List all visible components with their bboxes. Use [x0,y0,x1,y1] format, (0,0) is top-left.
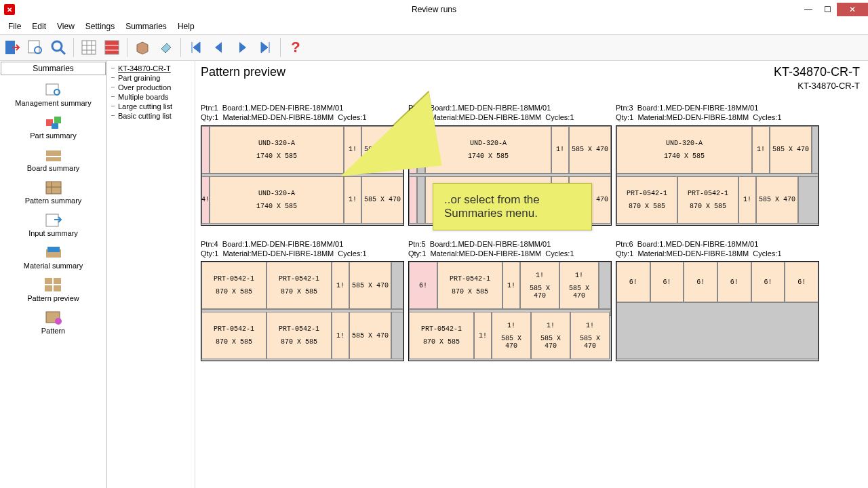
sidebar-item-label: Management summary [15,99,92,107]
svg-rect-27 [54,278,61,284]
sidebar-item-material[interactable]: Material summary [0,243,106,272]
nav-first-icon[interactable] [185,37,207,58]
tree-item[interactable]: Over production [108,83,193,92]
svg-rect-10 [105,41,119,54]
preview-code: KT-34870-CR-T [774,65,860,79]
tool-box-icon[interactable] [132,37,153,58]
menu-help[interactable]: Help [172,20,200,33]
menu-settings[interactable]: Settings [80,20,120,33]
tool-sheet-zoom-icon[interactable] [24,37,46,58]
window-title: Review runs [412,5,456,14]
maximize-button[interactable]: ☐ [818,3,837,16]
svg-line-4 [60,49,65,54]
sidebar-header: Summaries [1,62,106,75]
tree-item[interactable]: KT-34870-CR-T [108,64,193,73]
preview-area: Pattern preview KT-34870-CR-T KT-34870-C… [195,61,868,488]
tool-exit-icon[interactable] [1,37,23,58]
sidebar: Summaries Management summary Part summar… [0,61,107,488]
pattern-info: Ptn:1 Board:1.MED-DEN-FIBRE-18MM/01Qty:1… [201,103,404,123]
app-icon: ✕ [4,4,15,15]
svg-rect-28 [45,285,52,291]
pattern-card[interactable]: Ptn:6 Board:1.MED-DEN-FIBRE-18MM/01Qty:1… [616,239,819,362]
sidebar-item-input[interactable]: Input summary [0,210,106,240]
nav-next-icon[interactable] [231,37,253,58]
nav-last-icon[interactable] [254,37,276,58]
sidebar-item-label: Pattern preview [27,294,79,302]
svg-rect-5 [82,41,96,54]
tool-grid-red-icon[interactable] [101,37,123,58]
close-button[interactable]: ✕ [837,3,868,16]
nav-prev-icon[interactable] [208,37,230,58]
svg-rect-26 [45,278,52,284]
sidebar-item-pattern-preview[interactable]: Pattern preview [0,275,106,305]
menubar: File Edit View Settings Summaries Help [0,19,868,34]
sidebar-item-label: Pattern [41,327,65,335]
sidebar-item-label: Part summary [30,131,76,140]
minimize-button[interactable]: — [799,3,818,16]
pattern-card[interactable]: Ptn:3 Board:1.MED-DEN-FIBRE-18MM/01Qty:1… [616,103,819,226]
svg-rect-18 [46,150,61,156]
preview-subtitle: KT-34870-CR-T [201,81,863,91]
svg-rect-19 [46,157,61,161]
preview-grid-icon [45,278,62,293]
sidebar-item-label: Board summary [27,164,80,172]
tool-eraser-icon[interactable] [155,37,176,58]
sidebar-item-part[interactable]: Part summary [0,113,106,142]
titlebar: ✕ Review runs — ☐ ✕ [0,0,868,19]
sidebar-item-pattern[interactable]: Pattern [0,308,106,338]
svg-rect-25 [47,247,60,252]
svg-point-31 [55,318,62,325]
tool-grid-icon[interactable] [78,37,100,58]
svg-point-3 [52,41,62,51]
menu-edit[interactable]: Edit [26,20,52,33]
svg-rect-20 [46,182,61,194]
tree-item[interactable]: Basic cutting list [108,111,193,121]
tool-help-icon[interactable]: ? [285,37,307,58]
pattern-info: Ptn:2 Board:1.MED-DEN-FIBRE-18MM/01Qty:1… [408,103,612,123]
input-icon [45,213,62,228]
material-icon [45,245,62,260]
callout-text: ..or select from the Summaries menu. [433,183,592,230]
tool-zoom-icon[interactable] [47,37,69,58]
pattern-card[interactable]: Ptn:5 Board:1.MED-DEN-FIBRE-18MM/01Qty:1… [408,239,612,362]
sidebar-item-label: Material summary [24,262,83,270]
pattern-info: Ptn:3 Board:1.MED-DEN-FIBRE-18MM/01Qty:1… [616,103,819,123]
tree-item[interactable]: Part graining [108,73,193,83]
menu-summaries[interactable]: Summaries [120,20,172,33]
pattern-icon [45,310,62,325]
tree-panel: KT-34870-CR-T Part graining Over product… [107,61,195,488]
toolbar: ? [0,34,868,61]
shapes-icon [45,115,62,130]
tree-item[interactable]: Multiple boards [108,92,193,102]
svg-rect-16 [54,117,61,123]
pattern-info: Ptn:4 Board:1.MED-DEN-FIBRE-18MM/01Qty:1… [201,239,404,259]
svg-rect-29 [54,285,61,291]
pattern-grid-icon [45,180,62,195]
pattern-info: Ptn:6 Board:1.MED-DEN-FIBRE-18MM/01Qty:1… [616,239,819,259]
menu-view[interactable]: View [52,20,80,33]
sidebar-item-label: Pattern summary [25,197,82,205]
sidebar-item-pattern-summary[interactable]: Pattern summary [0,178,106,207]
svg-rect-17 [52,123,58,129]
tree-item[interactable]: Large cutting list [108,102,193,111]
sidebar-item-label: Input summary [28,229,78,237]
board-icon [45,148,62,163]
sidebar-item-management[interactable]: Management summary [0,80,106,110]
sidebar-item-board[interactable]: Board summary [0,145,106,175]
pattern-card[interactable]: Ptn:4 Board:1.MED-DEN-FIBRE-18MM/01Qty:1… [201,239,404,362]
preview-title: Pattern preview [201,65,285,79]
doc-search-icon [45,83,62,98]
callout: ..or select from the Summaries menu. [433,183,592,244]
menu-file[interactable]: File [3,20,26,33]
